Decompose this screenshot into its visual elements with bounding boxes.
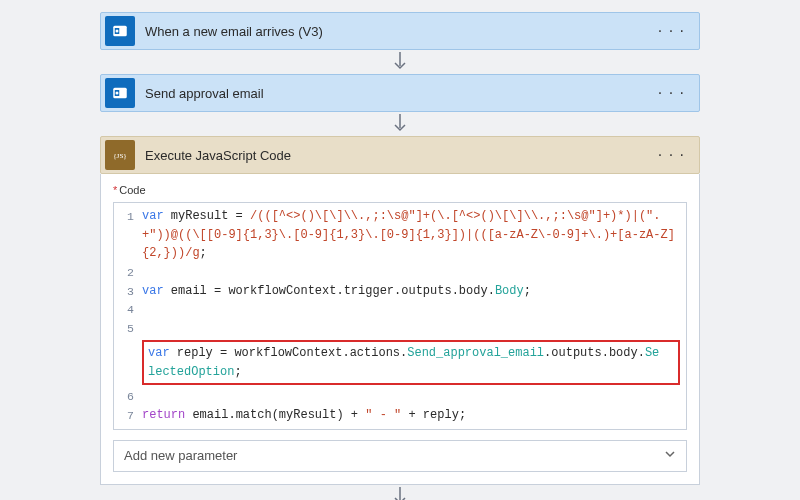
outlook-icon [105,16,135,46]
flow-container: When a new email arrives (V3) · · · Send… [0,12,800,500]
code-line: 6 [114,387,686,406]
js-code-panel: *Code 1var myResult = /(([^<>()\[\]\\.,;… [100,174,700,485]
code-line: 4 [114,300,686,319]
js-icon: {JS} [105,140,135,170]
connector-arrow [392,112,408,136]
more-menu[interactable]: · · · [644,146,699,164]
code-line: 1var myResult = /(([^<>()\[\]\\.,;:\s@"]… [114,207,686,263]
step-title: When a new email arrives (V3) [135,24,644,39]
more-menu[interactable]: · · · [644,22,699,40]
outlook-icon [105,78,135,108]
step-send-approval[interactable]: Send approval email · · · [100,74,700,112]
code-line: 7return email.match(myResult) + " - " + … [114,406,686,425]
code-line: 2 [114,263,686,282]
more-menu[interactable]: · · · [644,84,699,102]
svg-point-6 [116,92,119,95]
chevron-down-icon [664,448,676,463]
connector-arrow [392,50,408,74]
add-parameter-dropdown[interactable]: Add new parameter [113,440,687,472]
step-title: Send approval email [135,86,644,101]
connector-arrow [392,485,408,500]
step-trigger-email[interactable]: When a new email arrives (V3) · · · [100,12,700,50]
svg-text:{JS}: {JS} [113,152,127,160]
highlighted-code: var reply = workflowContext.actions.Send… [142,340,680,385]
step-title: Execute JavaScript Code [135,148,644,163]
code-line: 3var email = workflowContext.trigger.out… [114,282,686,301]
code-field-label: *Code [113,184,687,196]
code-line: 5 [114,319,686,338]
add-parameter-label: Add new parameter [124,448,237,463]
step-execute-js[interactable]: {JS} Execute JavaScript Code · · · [100,136,700,174]
code-editor[interactable]: 1var myResult = /(([^<>()\[\]\\.,;:\s@"]… [113,202,687,430]
svg-point-2 [116,30,119,33]
